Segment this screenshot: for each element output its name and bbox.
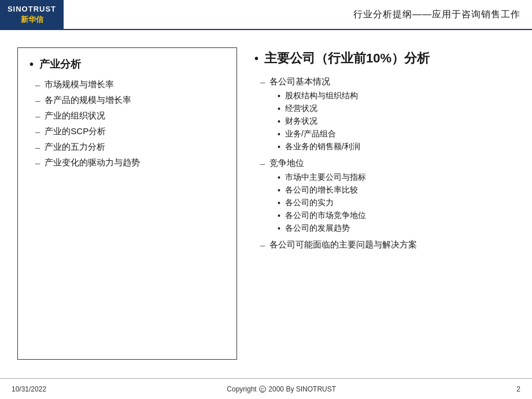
list-item: – 产业的组织状况 [35,110,227,121]
list-item: – 产业变化的驱动力与趋势 [35,157,227,168]
right-main-title: • 主要公司（行业前10%）分析 [254,50,515,67]
left-item-0: 市场规模与增长率 [45,79,114,90]
list-item: • 各公司的实力 [278,198,515,208]
bullet-icon: • [278,224,280,233]
dash-icon: – [260,77,265,87]
sub0-item1: 经营状况 [285,104,317,114]
left-item-1: 各产品的规模与增长率 [45,95,131,106]
copyright-year: 2000 [268,385,284,393]
list-item: • 股权结构与组织结构 [278,91,515,101]
bullet-icon: • [278,91,280,101]
level1-item-1: – 竞争地位 [254,158,515,169]
bullet-icon: • [278,173,280,182]
left-sub-list: – 市场规模与增长率 – 各产品的规模与增长率 – 产业的组织状况 – 产业的S… [29,79,227,168]
sub1-item3: 各公司的市场竞争地位 [285,210,366,221]
right-subsection-0: – 各公司基本情况 • 股权结构与组织结构 • 经营状况 • 财务状况 • [254,76,515,152]
sub0-item3: 业务/产品组合 [285,129,336,139]
list-item: • 各公司的市场竞争地位 [278,210,515,221]
footer-date: 10/31/2022 [12,385,46,393]
sub1-item0: 市场中主要公司与指标 [285,172,366,183]
sub0-item2: 财务状况 [285,116,317,127]
left-title-text: 产业分析 [39,57,81,71]
sub1-item2: 各公司的实力 [285,198,334,208]
level1-item-2: – 各公司可能面临的主要问题与解决方案 [254,239,515,250]
dash-icon: – [35,95,40,105]
subsection-1-label: 竞争地位 [269,158,304,169]
bullet-icon: • [278,198,280,208]
dash-icon: – [260,158,265,168]
dash-icon: – [35,80,40,90]
logo-box: SINOTRUST 新华信 [0,0,64,29]
dash-icon: – [35,158,40,168]
bullet-icon: • [278,130,280,139]
left-item-3: 产业的SCP分析 [45,126,106,137]
left-column: • 产业分析 – 市场规模与增长率 – 各产品的规模与增长率 – 产业的组织状况… [17,47,237,360]
copyright-by: By SINOTRUST [286,385,336,393]
copyright-c-icon: C [259,386,266,393]
bullet-icon: • [278,104,280,113]
dash-icon: – [35,142,40,152]
left-item-4: 产业的五力分析 [45,142,105,153]
sub0-item4: 各业务的销售额/利润 [285,142,360,152]
left-item-2: 产业的组织状况 [45,110,105,121]
list-item: • 经营状况 [278,104,515,114]
level2-list-1: • 市场中主要公司与指标 • 各公司的增长率比较 • 各公司的实力 • 各公司的… [254,172,515,234]
footer-copyright: Copyright C 2000 By SINOTRUST [227,385,336,393]
list-item: • 各公司的发展趋势 [278,223,515,234]
list-item: • 业务/产品组合 [278,129,515,139]
main-content: • 产业分析 – 市场规模与增长率 – 各产品的规模与增长率 – 产业的组织状况… [0,30,532,371]
sub1-item4: 各公司的发展趋势 [285,223,350,234]
level1-item-0: – 各公司基本情况 [254,76,515,87]
right-title-text: 主要公司（行业前10%）分析 [264,50,430,67]
footer-page: 2 [516,385,520,393]
list-item: • 财务状况 [278,116,515,127]
left-section-title: • 产业分析 [29,57,227,71]
sub1-item1: 各公司的增长率比较 [285,185,358,195]
logo-sinotrust: SINOTRUST [8,5,56,13]
right-bullet: • [254,52,258,65]
list-item: – 产业的SCP分析 [35,126,227,137]
list-item: • 各公司的增长率比较 [278,185,515,195]
list-item: • 市场中主要公司与指标 [278,172,515,183]
left-bullet: • [29,58,34,71]
logo-chinese: 新华信 [21,14,43,25]
subsection-0-label: 各公司基本情况 [269,76,330,87]
subsection-2-label: 各公司可能面临的主要问题与解决方案 [269,239,417,250]
right-subsection-2: – 各公司可能面临的主要问题与解决方案 [254,239,515,250]
right-column: • 主要公司（行业前10%）分析 – 各公司基本情况 • 股权结构与组织结构 •… [249,47,515,360]
header-title-area: 行业分析提纲——应用于咨询销售工作 [64,0,532,29]
list-item: – 市场规模与增长率 [35,79,227,90]
right-subsection-1: – 竞争地位 • 市场中主要公司与指标 • 各公司的增长率比较 • 各公司的实力… [254,158,515,234]
dash-icon: – [35,111,40,121]
header: SINOTRUST 新华信 行业分析提纲——应用于咨询销售工作 [0,0,532,30]
list-item: – 各产品的规模与增长率 [35,95,227,106]
bullet-icon: • [278,117,280,126]
dash-icon: – [260,240,265,250]
bullet-icon: • [278,142,280,152]
bullet-icon: • [278,186,280,195]
list-item: – 产业的五力分析 [35,142,227,153]
header-title: 行业分析提纲——应用于咨询销售工作 [353,9,520,21]
dash-icon: – [35,127,40,136]
copyright-text: Copyright [227,385,256,393]
footer: 10/31/2022 Copyright C 2000 By SINOTRUST… [0,378,532,399]
list-item: • 各业务的销售额/利润 [278,142,515,152]
bullet-icon: • [278,211,280,220]
sub0-item0: 股权结构与组织结构 [285,91,358,101]
left-item-5: 产业变化的驱动力与趋势 [45,157,140,168]
level2-list-0: • 股权结构与组织结构 • 经营状况 • 财务状况 • 业务/产品组合 • [254,91,515,152]
